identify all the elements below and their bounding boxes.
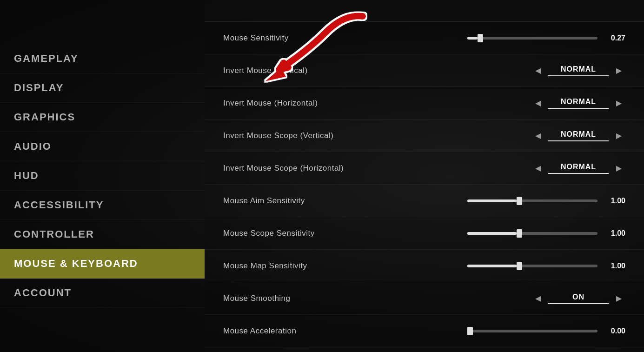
selector-value-wrap-mouse-smoothing: ON (548, 293, 609, 304)
setting-label-invert-mouse-scope-vertical: Invert Mouse Scope (Vertical) (223, 131, 372, 140)
sidebar-item-graphics[interactable]: GRAPHICS (0, 103, 205, 132)
setting-row-invert-mouse-scope-vertical: Invert Mouse Scope (Vertical)◀NORMAL▶ (205, 120, 644, 152)
setting-row-mouse-sensitivity: Mouse Sensitivity0.27 (205, 22, 644, 54)
selector-value-wrap-invert-mouse-vertical: NORMAL (548, 65, 609, 76)
selector-underline-invert-mouse-horizontal (548, 108, 609, 109)
slider-value-mouse-acceleration: 0.00 (602, 327, 625, 335)
arrow-selector-mouse-smoothing: ◀ON▶ (531, 292, 625, 305)
setting-label-invert-mouse-scope-horizontal: Invert Mouse Scope (Horizontal) (223, 164, 372, 173)
setting-control-invert-mouse-vertical: ◀NORMAL▶ (372, 64, 625, 77)
slider-thumb-mouse-sensitivity (478, 34, 483, 42)
selector-value-wrap-invert-mouse-scope-vertical: NORMAL (548, 130, 609, 141)
arrow-selector-invert-mouse-horizontal: ◀NORMAL▶ (531, 97, 625, 109)
slider-mouse-aim-sensitivity[interactable] (467, 199, 598, 202)
slider-thumb-mouse-aim-sensitivity (517, 197, 522, 205)
selector-underline-invert-mouse-scope-vertical (548, 140, 609, 141)
slider-track-mouse-aim-sensitivity (467, 199, 598, 202)
main-content: Mouse Sensitivity0.27Invert Mouse (Verti… (205, 0, 644, 352)
setting-label-mouse-acceleration: Mouse Acceleration (223, 326, 372, 336)
setting-row-mouse-map-sensitivity: Mouse Map Sensitivity1.00 (205, 250, 644, 282)
selector-underline-invert-mouse-scope-horizontal (548, 173, 609, 174)
slider-value-mouse-scope-sensitivity: 1.00 (602, 229, 625, 238)
selector-value-wrap-invert-mouse-horizontal: NORMAL (548, 98, 609, 109)
arrow-right-mouse-smoothing[interactable]: ▶ (612, 292, 625, 305)
setting-control-mouse-aim-sensitivity: 1.00 (372, 197, 625, 205)
arrow-right-invert-mouse-horizontal[interactable]: ▶ (612, 97, 625, 109)
slider-mouse-sensitivity[interactable] (467, 37, 598, 40)
slider-value-mouse-aim-sensitivity: 1.00 (602, 197, 625, 205)
setting-label-invert-mouse-vertical: Invert Mouse (Vertical) (223, 66, 372, 75)
setting-control-invert-mouse-horizontal: ◀NORMAL▶ (372, 97, 625, 109)
selector-value-invert-mouse-scope-horizontal: NORMAL (548, 163, 609, 171)
slider-thumb-mouse-map-sensitivity (517, 262, 522, 270)
setting-row-invert-mouse-vertical: Invert Mouse (Vertical)◀NORMAL▶ (205, 54, 644, 87)
arrow-selector-invert-mouse-vertical: ◀NORMAL▶ (531, 64, 625, 77)
slider-mouse-map-sensitivity[interactable] (467, 265, 598, 267)
arrow-right-invert-mouse-vertical[interactable]: ▶ (612, 64, 625, 77)
setting-label-mouse-smoothing: Mouse Smoothing (223, 294, 372, 303)
sidebar-item-hud[interactable]: HUD (0, 161, 205, 191)
sidebar-item-mouse-keyboard[interactable]: MOUSE & KEYBOARD (0, 249, 205, 279)
setting-label-mouse-sensitivity: Mouse Sensitivity (223, 33, 372, 43)
selector-underline-mouse-smoothing (548, 303, 609, 304)
setting-row-mouse-aim-sensitivity: Mouse Aim Sensitivity1.00 (205, 185, 644, 217)
setting-control-invert-mouse-scope-vertical: ◀NORMAL▶ (372, 129, 625, 142)
setting-row-mouse-scope-sensitivity: Mouse Scope Sensitivity1.00 (205, 217, 644, 250)
slider-track-mouse-map-sensitivity (467, 265, 598, 267)
sidebar-item-controller[interactable]: CONTROLLER (0, 220, 205, 249)
arrow-left-invert-mouse-horizontal[interactable]: ◀ (531, 97, 544, 109)
selector-value-wrap-invert-mouse-scope-horizontal: NORMAL (548, 163, 609, 174)
arrow-left-mouse-smoothing[interactable]: ◀ (531, 292, 544, 305)
slider-value-mouse-sensitivity: 0.27 (602, 34, 625, 42)
sidebar-item-display[interactable]: DISPLAY (0, 73, 205, 103)
setting-label-mouse-map-sensitivity: Mouse Map Sensitivity (223, 261, 372, 271)
slider-track-mouse-acceleration (467, 330, 598, 332)
setting-label-invert-mouse-horizontal: Invert Mouse (Horizontal) (223, 99, 372, 108)
setting-control-mouse-smoothing: ◀ON▶ (372, 292, 625, 305)
setting-row-mouse-acceleration: Mouse Acceleration0.00 (205, 315, 644, 347)
setting-control-mouse-acceleration: 0.00 (372, 327, 625, 335)
arrow-left-invert-mouse-scope-horizontal[interactable]: ◀ (531, 162, 544, 174)
setting-row-mouse-smoothing: Mouse Smoothing◀ON▶ (205, 282, 644, 315)
settings-list: Mouse Sensitivity0.27Invert Mouse (Verti… (205, 22, 644, 352)
slider-fill-mouse-map-sensitivity (467, 265, 517, 267)
change-bindings-row (205, 0, 644, 22)
slider-fill-mouse-scope-sensitivity (467, 232, 517, 235)
slider-thumb-mouse-acceleration (467, 327, 473, 335)
arrow-selector-invert-mouse-scope-vertical: ◀NORMAL▶ (531, 129, 625, 142)
slider-fill-mouse-aim-sensitivity (467, 199, 517, 202)
arrow-left-invert-mouse-scope-vertical[interactable]: ◀ (531, 129, 544, 142)
selector-value-invert-mouse-horizontal: NORMAL (548, 98, 609, 106)
slider-fill-mouse-sensitivity (467, 37, 478, 40)
setting-control-invert-mouse-scope-horizontal: ◀NORMAL▶ (372, 162, 625, 174)
sidebar-item-account[interactable]: ACCOUNT (0, 279, 205, 308)
arrow-right-invert-mouse-scope-vertical[interactable]: ▶ (612, 129, 625, 142)
setting-control-mouse-scope-sensitivity: 1.00 (372, 229, 625, 238)
slider-track-mouse-sensitivity (467, 37, 598, 40)
slider-value-mouse-map-sensitivity: 1.00 (602, 262, 625, 270)
sidebar-item-accessibility[interactable]: ACCESSIBILITY (0, 191, 205, 220)
slider-thumb-mouse-scope-sensitivity (517, 229, 522, 238)
selector-value-invert-mouse-scope-vertical: NORMAL (548, 130, 609, 139)
sidebar-item-audio[interactable]: AUDIO (0, 132, 205, 161)
selector-value-mouse-smoothing: ON (548, 293, 609, 301)
slider-mouse-scope-sensitivity[interactable] (467, 232, 598, 235)
selector-underline-invert-mouse-vertical (548, 75, 609, 76)
selector-value-invert-mouse-vertical: NORMAL (548, 65, 609, 73)
arrow-left-invert-mouse-vertical[interactable]: ◀ (531, 64, 544, 77)
sidebar-item-gameplay[interactable]: GAMEPLAY (0, 44, 205, 73)
slider-mouse-acceleration[interactable] (467, 330, 598, 332)
setting-control-mouse-sensitivity: 0.27 (372, 34, 625, 42)
setting-label-mouse-aim-sensitivity: Mouse Aim Sensitivity (223, 196, 372, 206)
arrow-selector-invert-mouse-scope-horizontal: ◀NORMAL▶ (531, 162, 625, 174)
setting-label-mouse-scope-sensitivity: Mouse Scope Sensitivity (223, 229, 372, 238)
setting-control-mouse-map-sensitivity: 1.00 (372, 262, 625, 270)
arrow-right-invert-mouse-scope-horizontal[interactable]: ▶ (612, 162, 625, 174)
setting-row-invert-mouse-horizontal: Invert Mouse (Horizontal)◀NORMAL▶ (205, 87, 644, 120)
setting-row-invert-mouse-scope-horizontal: Invert Mouse Scope (Horizontal)◀NORMAL▶ (205, 152, 644, 185)
slider-track-mouse-scope-sensitivity (467, 232, 598, 235)
sidebar: GAMEPLAYDISPLAYGRAPHICSAUDIOHUDACCESSIBI… (0, 0, 205, 352)
